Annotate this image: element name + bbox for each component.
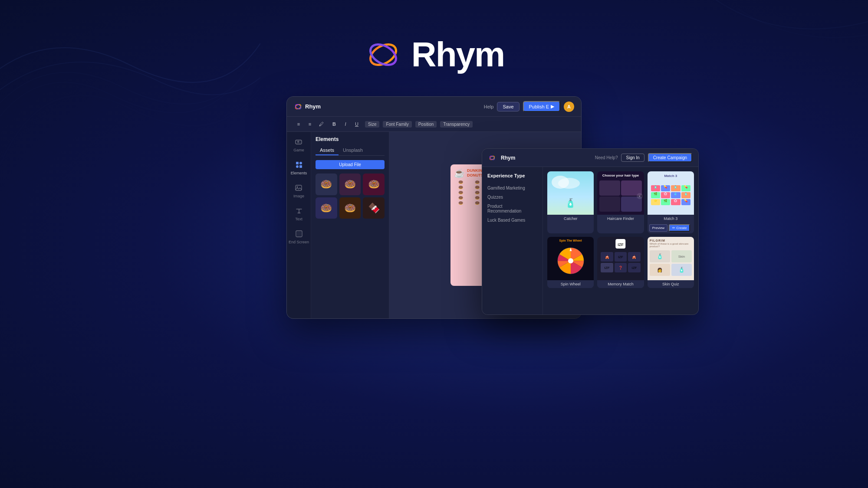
position-tag[interactable]: Position xyxy=(415,121,437,128)
editor-sidebar: Game Elements xyxy=(287,132,311,318)
sidebar-item-text[interactable]: Text xyxy=(294,206,304,221)
match3-label: Match 3 xyxy=(648,215,694,223)
sign-in-button[interactable]: Sign In xyxy=(621,154,644,162)
dunkin-text: DUNKIN' xyxy=(467,169,483,173)
coffee-icon: ☕ xyxy=(454,168,465,178)
align-left-button[interactable]: ≡ xyxy=(294,119,303,129)
italic-button[interactable]: I xyxy=(341,119,350,129)
svg-point-1 xyxy=(367,40,399,69)
template-thumb-skin: PILGRIM Which of these is a good skincar… xyxy=(648,237,694,280)
elements-icon xyxy=(294,160,304,170)
image-icon xyxy=(294,183,303,193)
image-label: Image xyxy=(293,194,304,198)
svg-point-17 xyxy=(568,258,573,263)
svg-point-11 xyxy=(297,187,298,188)
editor-toolbar: ≡ ≡ 🖊 B I U Size Font Family Position Tr… xyxy=(287,117,581,132)
asset-item[interactable]: 🍩 xyxy=(339,197,361,219)
app-title: Rhym xyxy=(411,35,504,75)
tab-unsplash[interactable]: Unsplash xyxy=(339,146,367,155)
font-family-tag[interactable]: Font Family xyxy=(383,121,411,128)
create-campaign-button[interactable]: Create Campaign xyxy=(648,153,692,162)
assets-panel: Elements Assets Unsplash Upload File 🍩 🍩… xyxy=(311,132,389,318)
transparency-tag[interactable]: Transparency xyxy=(440,121,473,128)
end-screen-label: End Screen xyxy=(289,240,309,244)
editor-logo: Rhym xyxy=(294,102,321,111)
preview-button[interactable]: Preview xyxy=(649,224,667,232)
exp-type-product[interactable]: Product Recommendation xyxy=(487,202,537,216)
publish-button[interactable]: Publish E ▶ xyxy=(523,101,560,112)
svg-rect-10 xyxy=(296,185,302,190)
main-content: Rhym Rhym Hel xyxy=(0,0,868,488)
dashboard-app-name: Rhym xyxy=(501,155,515,161)
text-icon xyxy=(294,206,304,216)
text-label: Text xyxy=(295,217,302,221)
rhym-logo-icon xyxy=(364,35,403,74)
match3-actions: Preview ✏ Create xyxy=(648,223,694,233)
exp-type-quizzes[interactable]: Quizzes xyxy=(487,193,537,202)
format-tools: B I U xyxy=(329,119,362,129)
svg-rect-6 xyxy=(296,162,299,164)
template-card-haircare: Choose your hair type › Hair xyxy=(597,171,644,233)
template-thumb-spin: Spin The Wheel xyxy=(547,237,594,280)
template-card-spin-wheel: Spin The Wheel xyxy=(547,237,594,288)
template-card-match3: Match 3 🧴 💊 🧴 💊 🌿 🌸 💧 xyxy=(648,171,694,233)
user-avatar[interactable]: A xyxy=(564,102,574,112)
svg-point-3 xyxy=(295,103,302,110)
svg-rect-9 xyxy=(299,165,302,168)
save-button[interactable]: Save xyxy=(497,102,519,111)
memory-match-label: Memory Match xyxy=(597,280,644,288)
svg-rect-13 xyxy=(297,232,301,236)
asset-item[interactable]: 🍩 xyxy=(316,174,337,195)
logo-area: Rhym xyxy=(364,35,504,75)
screens-container: Rhym Help Save Publish E ▶ A ≡ ≡ 🖊 xyxy=(195,96,673,319)
sidebar-item-end-screen[interactable]: End Screen xyxy=(289,229,309,244)
editor-titlebar: Rhym Help Save Publish E ▶ A xyxy=(287,97,581,117)
upload-file-button[interactable]: Upload File xyxy=(316,160,385,169)
templates-grid-area: 🧴 Catcher Choose your hair type xyxy=(543,167,698,314)
asset-item[interactable]: 🍩 xyxy=(339,174,361,195)
align-center-button[interactable]: ≡ xyxy=(305,119,315,129)
asset-item[interactable]: 🍫 xyxy=(363,197,385,219)
tab-assets[interactable]: Assets xyxy=(316,146,339,155)
underline-button[interactable]: U xyxy=(352,119,362,129)
end-screen-icon xyxy=(294,229,304,239)
dashboard-nav-right: Need Help? Sign In Create Campaign xyxy=(595,153,692,162)
align-right-button[interactable]: 🖊 xyxy=(316,119,326,129)
elements-label: Elements xyxy=(291,171,307,175)
template-card-catcher: 🧴 Catcher xyxy=(547,171,594,233)
game-label: Game xyxy=(293,148,304,152)
haircare-label: Haircare Finder xyxy=(597,215,644,223)
sidebar-item-image[interactable]: Image xyxy=(293,183,304,198)
bottle-emoji: 🧴 xyxy=(565,198,576,208)
assets-grid: 🍩 🍩 🍩 🍩 🍩 🍫 xyxy=(316,174,385,219)
help-button[interactable]: Help xyxy=(484,104,494,109)
dashboard-window: Rhym Need Help? Sign In Create Campaign … xyxy=(482,148,699,315)
game-icon xyxy=(294,137,303,147)
template-card-memory-match: IZF 🎪 IZF 🎪 IZF ❓ IZF xyxy=(597,237,644,288)
templates-grid: 🧴 Catcher Choose your hair type xyxy=(547,171,694,288)
experience-type-title: Experience Type xyxy=(487,173,537,178)
template-thumb-haircare: Choose your hair type › xyxy=(597,171,644,215)
skin-quiz-label: Skin Quiz xyxy=(648,280,694,288)
exp-type-luck[interactable]: Luck Based Games xyxy=(487,216,537,225)
editor-toolbar-right: Help Save Publish E ▶ A xyxy=(484,101,574,112)
svg-rect-7 xyxy=(299,162,302,164)
spin-wheel-label: Spin Wheel xyxy=(547,280,594,288)
sidebar-item-game[interactable]: Game xyxy=(293,137,304,152)
donuts-text: DONUTS xyxy=(467,173,483,177)
svg-point-5 xyxy=(300,142,301,143)
catcher-label: Catcher xyxy=(547,215,594,223)
editor-app-name: Rhym xyxy=(305,103,321,110)
create-button[interactable]: ✏ Create xyxy=(669,224,690,232)
size-tag[interactable]: Size xyxy=(365,121,379,128)
exp-type-gamified[interactable]: Gamified Marketing xyxy=(487,183,537,193)
asset-item[interactable]: 🍩 xyxy=(316,197,337,219)
bold-button[interactable]: B xyxy=(329,119,339,129)
template-card-skin-quiz: PILGRIM Which of these is a good skincar… xyxy=(648,237,694,288)
asset-item[interactable]: 🍩 xyxy=(363,174,385,195)
dashboard-titlebar: Rhym Need Help? Sign In Create Campaign xyxy=(482,149,698,167)
dunkin-branding: DUNKIN' DONUTS xyxy=(467,169,483,177)
need-help-text: Need Help? xyxy=(595,155,618,160)
dashboard-body: Experience Type Gamified Marketing Quizz… xyxy=(482,167,698,314)
sidebar-item-elements[interactable]: Elements xyxy=(291,160,307,175)
